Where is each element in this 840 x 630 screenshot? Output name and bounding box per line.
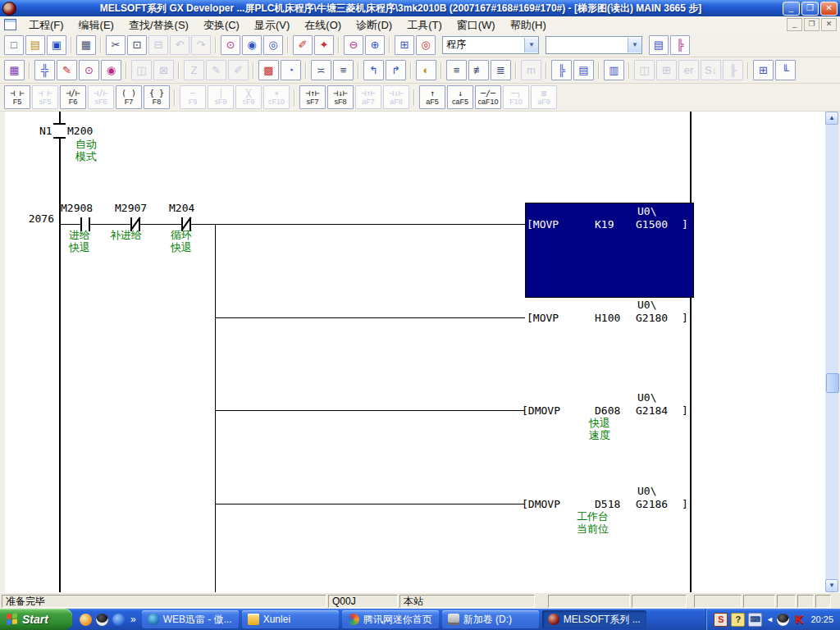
vertical-scrollbar[interactable]: ▲ ▼: [825, 112, 838, 592]
save-button[interactable]: ▣: [47, 35, 66, 55]
kingsoft-tray-icon[interactable]: K: [792, 614, 805, 626]
statement-display-button[interactable]: ≢: [468, 60, 489, 80]
mdi-minimize-button[interactable]: _: [787, 18, 802, 31]
open-button[interactable]: ▤: [25, 35, 45, 55]
selection-cursor[interactable]: [525, 203, 694, 298]
taskbar-button-tencent-home[interactable]: 腾讯网迷你首页: [342, 610, 439, 628]
find-button[interactable]: ⊙: [221, 35, 240, 55]
menu-item[interactable]: 显示(V): [247, 17, 297, 33]
window-split-button[interactable]: ⊞: [753, 60, 774, 80]
quicklaunch-media-player-icon[interactable]: [110, 610, 126, 628]
undo-button[interactable]: ↶: [170, 35, 189, 55]
menu-item[interactable]: 窗口(W): [450, 17, 503, 33]
ladder-editor[interactable]: N1 M200 自动 模式 2076 M2908 进给 快退 M2907 补进给…: [5, 112, 825, 592]
monitor-condition-button[interactable]: ◐: [416, 60, 436, 80]
partial-delete-button[interactable]: ✐: [228, 60, 249, 80]
menu-item[interactable]: 编辑(E): [71, 17, 121, 33]
project-list-button[interactable]: ╠: [551, 60, 572, 80]
scroll-down-button[interactable]: ▼: [825, 579, 838, 592]
print-button[interactable]: ▦: [76, 35, 96, 55]
device-test-button[interactable]: ✐: [293, 35, 313, 55]
redo-button[interactable]: ↷: [191, 35, 211, 55]
parallel-rising-pulse-button[interactable]: ⊣↑⊢aF7: [355, 85, 381, 109]
sogou-ime-icon[interactable]: S: [714, 613, 728, 627]
close-button[interactable]: ✕: [820, 2, 838, 16]
minimize-button[interactable]: _: [783, 2, 800, 16]
find-instruction-button[interactable]: ◎: [263, 35, 283, 55]
entry-monitor-button[interactable]: ◔: [281, 60, 301, 80]
menu-item[interactable]: 诊断(D): [349, 17, 399, 33]
taskbar-button-volume-d[interactable]: 新加卷 (D:): [442, 610, 539, 628]
trace-stop-button[interactable]: ⊠: [153, 60, 174, 80]
taskbar-button-xunlei-folder[interactable]: Xunlei: [242, 610, 339, 628]
step-execute-button[interactable]: S↓: [701, 60, 721, 80]
device-memory-button[interactable]: ▩: [258, 60, 279, 80]
monitor-stop-button[interactable]: ≡: [333, 60, 354, 80]
quicklaunch-bird-icon[interactable]: [77, 610, 94, 628]
taskbar-button-melsoft[interactable]: MELSOFT系列 ...: [542, 610, 646, 628]
qq-tray-icon[interactable]: [777, 614, 789, 626]
doc-preview-button[interactable]: ▤: [649, 35, 669, 55]
partial-convert-button[interactable]: Z: [184, 60, 204, 80]
closed-contact-button[interactable]: ⊣/⊢F6: [60, 85, 86, 109]
coil-button[interactable]: ( )F7: [116, 85, 142, 109]
device-find-button[interactable]: ⊙: [79, 60, 99, 80]
jump-source-button[interactable]: ↰: [363, 60, 384, 80]
cut-button[interactable]: ✂: [106, 35, 126, 55]
ladder-monitor-button[interactable]: ▦: [4, 60, 25, 80]
paste-button[interactable]: ⊟: [148, 35, 168, 55]
rising-pulse-op-button[interactable]: ↑aF5: [419, 85, 445, 109]
invert-operation-button[interactable]: ─∕─caF10: [475, 85, 501, 109]
delete-vertical-line-button[interactable]: ∗cF10: [263, 85, 290, 109]
macro-button[interactable]: m: [521, 60, 541, 80]
copy-button[interactable]: ⊡: [127, 35, 147, 55]
symbol-edit-button[interactable]: ✎: [57, 60, 77, 80]
parallel-falling-pulse-button[interactable]: ⊣↓⊢aF8: [383, 85, 409, 109]
comment-edit-button[interactable]: ▤: [573, 60, 594, 80]
find-device-button[interactable]: ◉: [242, 35, 262, 55]
scroll-up-button[interactable]: ▲: [825, 112, 838, 125]
monitor-start-button[interactable]: ≍: [311, 60, 331, 80]
horizontal-line-f10-button[interactable]: ─┐F10: [503, 85, 529, 109]
menu-item[interactable]: 工程(F): [21, 17, 71, 33]
combo-dropdown-arrow[interactable]: ▼: [628, 38, 641, 52]
block-select-button[interactable]: ╟: [723, 60, 743, 80]
window-switch-button[interactable]: ⊞: [395, 35, 414, 55]
device-find-edit-button[interactable]: ◉: [101, 60, 121, 80]
vertical-line-button[interactable]: │sF9: [208, 85, 234, 109]
multi-monitor-button[interactable]: ⊞: [656, 60, 677, 80]
ime-help-icon[interactable]: ?: [731, 613, 745, 627]
combo-dropdown-arrow[interactable]: ▼: [524, 38, 538, 52]
new-button[interactable]: □: [4, 35, 24, 55]
menu-item[interactable]: 在线(O): [297, 17, 349, 33]
cross-reference-button[interactable]: ◎: [416, 35, 436, 55]
menu-item[interactable]: 变换(C): [196, 17, 247, 33]
application-instruction-button[interactable]: { }F8: [144, 85, 170, 109]
online-change-button[interactable]: ◫: [634, 60, 655, 80]
quicklaunch-qq-icon[interactable]: [94, 610, 110, 628]
horizontal-line-button[interactable]: ─F9: [180, 85, 206, 109]
mdi-close-button[interactable]: ✕: [821, 18, 837, 31]
error-jump-button[interactable]: er: [678, 60, 699, 80]
find-history-combo[interactable]: ▼: [546, 36, 642, 54]
falling-pulse-op-button[interactable]: ↓caF5: [447, 85, 473, 109]
start-button[interactable]: Start: [0, 609, 72, 630]
delete-horizontal-line-button[interactable]: ╳cF9: [235, 85, 262, 109]
delete-box-button[interactable]: ⊠aF9: [531, 85, 557, 109]
quick-launch-overflow-chevron[interactable]: »: [126, 614, 140, 625]
program-type-combo[interactable]: 程序 ▼: [442, 36, 539, 54]
open-contact-button[interactable]: ⊣ ⊢F5: [4, 85, 30, 109]
taskbar-button-web-xunlei[interactable]: WEB迅雷 - 傲...: [142, 610, 239, 628]
trace-button[interactable]: ◫: [131, 60, 152, 80]
note-display-button[interactable]: ≣: [491, 60, 511, 80]
scrollbar-thumb[interactable]: [826, 373, 839, 393]
list-down-button[interactable]: ╙: [775, 60, 796, 80]
maximize-button[interactable]: ❐: [801, 2, 819, 16]
comment-display-button[interactable]: ≡: [446, 60, 467, 80]
partial-edit-button[interactable]: ✎: [206, 60, 226, 80]
parameter-tree-button[interactable]: ╠: [670, 35, 690, 55]
soft-keyboard-icon[interactable]: ⌨: [748, 613, 762, 627]
tray-collapse-chevron[interactable]: ◄: [765, 614, 774, 626]
menu-item[interactable]: 查找/替换(S): [121, 17, 196, 33]
falling-pulse-button[interactable]: ⊣↓⊢sF8: [327, 85, 354, 109]
